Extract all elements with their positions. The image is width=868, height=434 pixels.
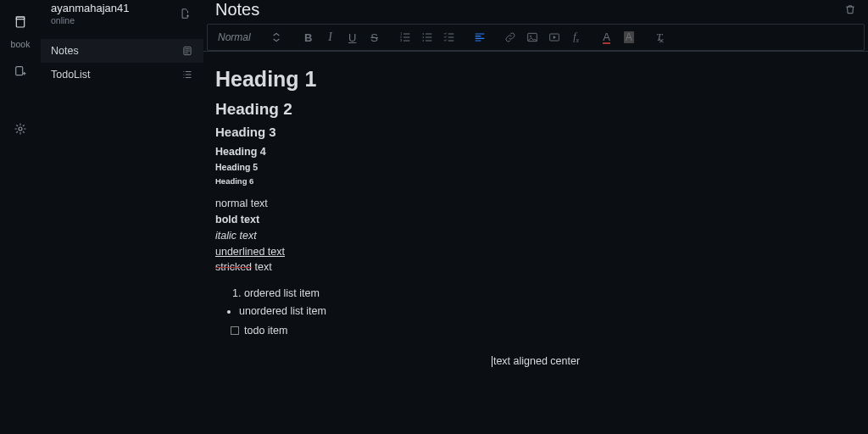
sidebar-item-label: Notes [51, 45, 79, 57]
file-plus-icon [179, 8, 191, 19]
svg-point-10 [422, 40, 424, 42]
link-icon [504, 31, 517, 44]
heading-6: Heading 6 [215, 175, 856, 187]
image-icon [526, 31, 539, 44]
sidebar: ayanmahajan41 online Notes TodoList [41, 0, 203, 434]
strike-button[interactable]: S [364, 27, 385, 47]
todo-label: todo item [244, 323, 287, 339]
book-plus-icon [14, 64, 27, 78]
underline-icon: U [348, 31, 356, 44]
editor-area[interactable]: Heading 1 Heading 2 Heading 3 Heading 4 … [203, 51, 868, 434]
main: Notes Normal B I U S 123 [203, 0, 868, 434]
image-button[interactable] [522, 27, 542, 47]
svg-point-9 [422, 36, 424, 38]
svg-rect-0 [16, 17, 24, 27]
editor-toolbar: Normal B I U S 123 fx A [207, 24, 865, 51]
new-note-button[interactable] [176, 5, 193, 22]
svg-point-3 [19, 127, 22, 131]
text-cursor [492, 356, 492, 367]
sidebar-list: Notes TodoList [41, 39, 203, 86]
checklist-icon [442, 31, 456, 44]
clear-format-button[interactable]: T✕ [649, 27, 670, 47]
svg-point-12 [530, 36, 531, 37]
heading-3: Heading 3 [215, 123, 856, 142]
sidebar-header: ayanmahajan41 online [41, 0, 203, 31]
sidebar-item-label: TodoList [51, 69, 91, 81]
list-item: ordered list item [244, 286, 856, 302]
align-left-icon [473, 31, 487, 44]
text-color-button[interactable]: A [597, 27, 617, 47]
trash-icon [844, 3, 856, 15]
page-title: Notes [215, 0, 259, 19]
delete-button[interactable] [844, 3, 856, 15]
video-icon [548, 31, 561, 44]
svg-rect-2 [16, 67, 23, 75]
gear-icon [14, 122, 27, 136]
link-button[interactable] [500, 27, 520, 47]
unordered-list-button[interactable] [417, 27, 437, 47]
text-italic: italic text [215, 228, 856, 244]
clear-format-icon: T✕ [656, 31, 662, 44]
checklist-button[interactable] [439, 27, 459, 47]
heading-4: Heading 4 [215, 144, 856, 160]
underline-button[interactable]: U [342, 27, 363, 47]
unordered-list-icon [420, 31, 434, 44]
video-button[interactable] [544, 27, 565, 47]
italic-icon: I [328, 31, 332, 44]
list-item: unordered list item [239, 303, 856, 320]
heading-2: Heading 2 [215, 97, 856, 122]
text-bold: bold text [215, 212, 856, 228]
formula-icon: fx [573, 31, 579, 44]
rail-label-book: book [11, 39, 31, 49]
text-center: text aligned center [215, 353, 856, 370]
checkbox-icon[interactable] [231, 326, 239, 335]
highlight-icon: A [624, 31, 634, 43]
note-icon [181, 45, 193, 57]
svg-rect-1 [16, 17, 24, 19]
heading-5: Heading 5 [215, 161, 856, 175]
format-select-value: Normal [218, 31, 251, 43]
align-button[interactable] [470, 27, 490, 47]
formula-button[interactable]: fx [566, 27, 587, 47]
svg-point-8 [422, 33, 424, 35]
ordered-list-button[interactable]: 123 [395, 27, 415, 47]
nav-rail: book [0, 0, 41, 434]
sidebar-item-todolist[interactable]: TodoList [41, 63, 203, 86]
title-row: Notes [203, 0, 868, 24]
list-icon [181, 69, 193, 81]
sidebar-item-notes[interactable]: Notes [41, 39, 203, 63]
bold-button[interactable]: B [298, 27, 319, 47]
user-name: ayanmahajan41 [51, 2, 130, 15]
text-stricked: stricked text [215, 259, 272, 275]
add-book-button[interactable] [7, 58, 34, 85]
book-icon [14, 15, 27, 29]
select-caret-icon [270, 31, 283, 44]
svg-text:3: 3 [400, 38, 403, 42]
bold-icon: B [304, 31, 312, 44]
book-tab-button[interactable] [7, 8, 34, 36]
user-status: online [51, 15, 130, 26]
settings-button[interactable] [7, 115, 34, 142]
strike-icon: S [370, 31, 378, 44]
italic-button[interactable]: I [320, 27, 341, 47]
user-block: ayanmahajan41 online [51, 2, 130, 25]
heading-1: Heading 1 [215, 64, 856, 96]
text-color-icon: A [603, 31, 610, 44]
unordered-list: unordered list item [239, 303, 856, 320]
format-select[interactable]: Normal [213, 29, 288, 46]
highlight-button[interactable]: A [619, 27, 639, 47]
todo-row[interactable]: todo item [231, 323, 856, 339]
ordered-list: ordered list item [244, 286, 856, 302]
ordered-list-icon: 123 [398, 31, 412, 44]
text-normal: normal text [215, 196, 856, 212]
toolbar-wrap: Normal B I U S 123 fx A [203, 24, 868, 51]
text-underlined: underlined text [215, 244, 856, 260]
